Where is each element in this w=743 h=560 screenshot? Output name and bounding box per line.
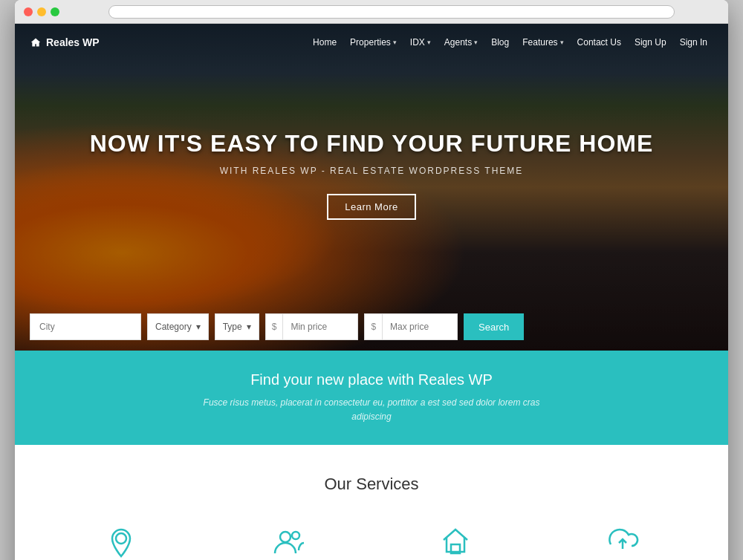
agents-dropdown-icon: ▾ <box>474 39 478 46</box>
browser-window: Reales WP Home Properties ▾ IDX ▾ Agents… <box>15 0 728 560</box>
hero-title: NOW IT'S EASY TO FIND YOUR FUTURE HOME <box>90 129 654 157</box>
service-item-location: Find places anywhere in the world <box>45 524 197 560</box>
city-input[interactable] <box>30 313 141 340</box>
service-item-house: Buy or rent beautiful properties <box>379 524 531 560</box>
max-price-symbol: $ <box>365 314 383 339</box>
min-price-group: $ <box>265 313 359 340</box>
search-bar: Category ▾ Type ▾ $ $ Search <box>15 303 728 351</box>
maximize-dot[interactable] <box>51 7 59 16</box>
min-price-input[interactable] <box>283 314 357 339</box>
hero-content: NOW IT'S EASY TO FIND YOUR FUTURE HOME W… <box>15 46 728 303</box>
features-dropdown-icon: ▾ <box>560 39 564 46</box>
minimize-dot[interactable] <box>37 7 46 16</box>
max-price-group: $ <box>364 313 458 340</box>
max-price-input[interactable] <box>383 314 457 339</box>
category-arrow-icon: ▾ <box>196 322 201 332</box>
agent-icon <box>270 524 306 560</box>
browser-chrome <box>15 0 728 24</box>
properties-dropdown-icon: ▾ <box>393 39 397 46</box>
search-button[interactable]: Search <box>464 313 524 340</box>
house-icon <box>438 524 473 560</box>
learn-more-button[interactable]: Learn More <box>327 194 415 220</box>
min-price-symbol: $ <box>266 314 284 339</box>
idx-dropdown-icon: ▾ <box>427 39 431 46</box>
service-item-agents: We have agents with experience <box>212 524 364 560</box>
category-select[interactable]: Category ▾ <box>147 313 209 340</box>
services-section: Our Services Find places anywhere in the… <box>15 445 728 560</box>
type-arrow-icon: ▾ <box>247 322 251 332</box>
teal-section: Find your new place with Reales WP Fusce… <box>15 351 728 445</box>
type-select[interactable]: Type ▾ <box>215 313 259 340</box>
location-pin-icon <box>103 524 139 560</box>
cloud-upload-icon <box>605 524 640 560</box>
address-bar[interactable] <box>108 5 675 19</box>
hero-section: Reales WP Home Properties ▾ IDX ▾ Agents… <box>15 24 728 351</box>
svg-point-2 <box>292 532 299 539</box>
services-title: Our Services <box>30 475 713 494</box>
svg-point-0 <box>116 533 126 544</box>
service-item-cloud: With agent account you can list properti… <box>546 524 698 560</box>
hero-subtitle: WITH REALES WP - REAL ESTATE WORDPRESS T… <box>220 166 524 176</box>
teal-description: Fusce risus metus, placerat in consectet… <box>186 396 557 424</box>
services-grid: Find places anywhere in the world We hav… <box>30 524 713 560</box>
close-dot[interactable] <box>24 7 33 16</box>
teal-title: Find your new place with Reales WP <box>30 371 713 388</box>
svg-point-1 <box>280 532 291 542</box>
